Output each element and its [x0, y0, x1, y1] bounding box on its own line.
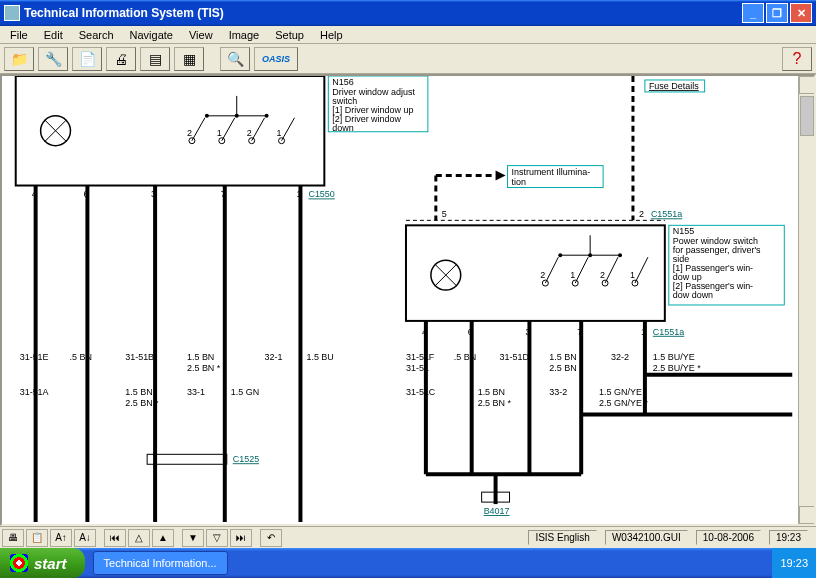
svg-rect-62 [406, 225, 665, 321]
minimize-button[interactable]: _ [742, 3, 764, 23]
svg-line-80 [575, 257, 588, 283]
arrow-up-bold-icon[interactable]: A↑ [50, 529, 72, 547]
scrollbar-thumb[interactable] [800, 96, 814, 136]
print-icon[interactable]: 🖶 [2, 529, 24, 547]
conn-c1525: C1525 [233, 454, 259, 464]
svg-text:2: 2 [187, 128, 192, 138]
svg-point-11 [219, 138, 225, 144]
svg-text:Instrument Illumina-: Instrument Illumina- [512, 167, 591, 177]
menu-setup[interactable]: Setup [267, 27, 312, 43]
tool-chart-icon[interactable]: ▦ [174, 47, 204, 71]
prev-page-icon[interactable]: △ [128, 529, 150, 547]
svg-text:31-51B: 31-51B [125, 352, 154, 362]
svg-text:31-51D: 31-51D [500, 352, 530, 362]
svg-text:.5 BN: .5 BN [454, 352, 476, 362]
arrow-down-bold-icon[interactable]: A↓ [74, 529, 96, 547]
svg-point-15 [279, 138, 285, 144]
svg-text:2: 2 [247, 128, 252, 138]
svg-text:1.5 BU: 1.5 BU [306, 352, 333, 362]
status-time: 19:23 [769, 530, 808, 545]
fuse-details-link: Fuse Details [649, 81, 699, 91]
maximize-button[interactable]: ❐ [766, 3, 788, 23]
page-down-icon[interactable]: ▼ [182, 529, 204, 547]
svg-point-70 [618, 253, 622, 257]
svg-text:1: 1 [630, 270, 635, 280]
taskbar-app-button[interactable]: Technical Information... [93, 551, 228, 575]
svg-text:down: down [332, 123, 353, 133]
tool-search-icon[interactable]: 🔍 [220, 47, 250, 71]
conn-c1550: C1550 [308, 189, 334, 199]
last-page-icon[interactable]: ⏭ [230, 529, 252, 547]
svg-text:32-2: 32-2 [611, 352, 629, 362]
svg-text:1.5 BN: 1.5 BN [549, 352, 576, 362]
svg-point-13 [249, 138, 255, 144]
next-page-icon[interactable]: ▽ [206, 529, 228, 547]
svg-text:2: 2 [600, 270, 605, 280]
conn-c1551a: C1551a [653, 327, 684, 337]
close-button[interactable]: ✕ [790, 3, 812, 23]
toolbar: 📁 🔧 📄 🖨 ▤ ▦ 🔍 OASIS ? [0, 44, 816, 74]
svg-line-17 [192, 118, 205, 141]
svg-text:2.5 BN *: 2.5 BN * [125, 398, 159, 408]
windows-taskbar: start Technical Information... 19:23 [0, 548, 816, 578]
svg-text:33-2: 33-2 [549, 387, 567, 397]
first-page-icon[interactable]: ⏮ [104, 529, 126, 547]
svg-text:31-51A: 31-51A [20, 387, 49, 397]
status-filename: W0342100.GUI [605, 530, 688, 545]
svg-point-69 [588, 253, 592, 257]
svg-text:1.5 BN: 1.5 BN [187, 352, 214, 362]
n156-id: N156 [332, 77, 353, 87]
status-bar: ISIS English W0342100.GUI 10-08-2006 19:… [528, 530, 814, 545]
n155-id: N155 [673, 226, 694, 236]
svg-point-73 [572, 280, 578, 286]
svg-text:dow down: dow down [673, 290, 713, 300]
svg-text:1: 1 [570, 270, 575, 280]
svg-rect-49 [147, 454, 227, 464]
window-title: Technical Information System (TIS) [24, 6, 224, 20]
tool-wrench-icon[interactable]: 🔧 [38, 47, 68, 71]
svg-text:2.5 BN *: 2.5 BN * [187, 363, 221, 373]
svg-text:33-1: 33-1 [187, 387, 205, 397]
tool-print-icon[interactable]: 🖨 [106, 47, 136, 71]
svg-point-7 [235, 114, 239, 118]
menu-file[interactable]: File [2, 27, 36, 43]
oasis-button[interactable]: OASIS [254, 47, 298, 71]
menu-image[interactable]: Image [221, 27, 268, 43]
svg-text:1.5 BN: 1.5 BN [125, 387, 152, 397]
copy-icon[interactable]: 📋 [26, 529, 48, 547]
svg-text:2.5 BN *: 2.5 BN * [478, 398, 512, 408]
svg-line-82 [635, 257, 648, 283]
svg-text:2: 2 [540, 270, 545, 280]
svg-text:1: 1 [277, 128, 282, 138]
help-button[interactable]: ? [782, 47, 812, 71]
tool-open-icon[interactable]: 📁 [4, 47, 34, 71]
menu-search[interactable]: Search [71, 27, 122, 43]
svg-line-19 [252, 118, 265, 141]
vertical-scrollbar[interactable] [798, 76, 814, 524]
page-up-icon[interactable]: ▲ [152, 529, 174, 547]
title-bar: Technical Information System (TIS) _ ❐ ✕ [0, 0, 816, 26]
svg-text:31-51F: 31-51F [406, 352, 435, 362]
status-date: 10-08-2006 [696, 530, 761, 545]
system-tray[interactable]: 19:23 [772, 548, 816, 578]
start-button[interactable]: start [0, 548, 85, 578]
back-icon[interactable]: ↶ [260, 529, 282, 547]
tool-doc-icon[interactable]: 📄 [72, 47, 102, 71]
menu-edit[interactable]: Edit [36, 27, 71, 43]
menu-view[interactable]: View [181, 27, 221, 43]
conn-b4017: B4017 [484, 506, 510, 516]
svg-text:2.5 BU/YE *: 2.5 BU/YE * [653, 363, 701, 373]
svg-line-81 [605, 257, 618, 283]
content-area: 2 1 2 1 N156 Driver window adjust switch… [0, 74, 816, 526]
svg-text:.5 BN: .5 BN [69, 352, 91, 362]
svg-text:31-51C: 31-51C [406, 387, 436, 397]
svg-text:1: 1 [217, 128, 222, 138]
svg-text:1.5 GN/YE: 1.5 GN/YE [599, 387, 642, 397]
svg-line-79 [545, 257, 558, 283]
menu-navigate[interactable]: Navigate [122, 27, 181, 43]
menu-help[interactable]: Help [312, 27, 351, 43]
menu-bar: File Edit Search Navigate View Image Set… [0, 26, 816, 44]
tool-page-icon[interactable]: ▤ [140, 47, 170, 71]
svg-line-18 [222, 118, 235, 141]
svg-text:31-51: 31-51 [406, 363, 429, 373]
